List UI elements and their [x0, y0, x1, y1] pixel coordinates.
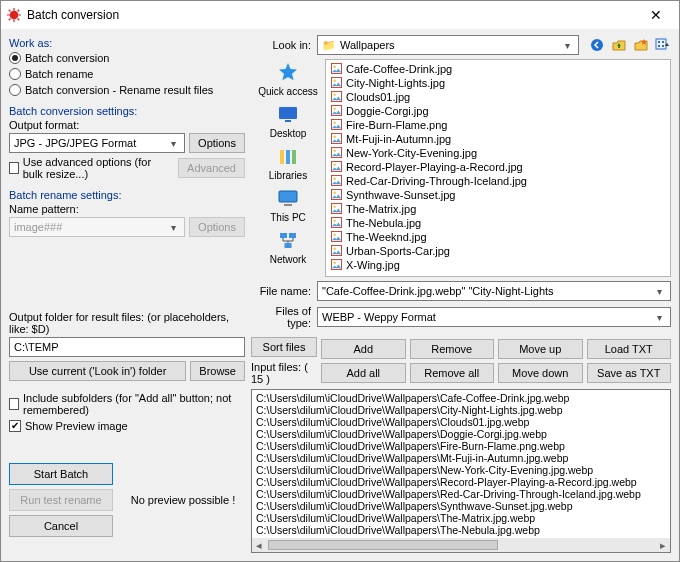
scroll-right-icon[interactable]: ▸: [656, 539, 670, 551]
file-item[interactable]: New-York-City-Evening.jpg: [330, 146, 666, 160]
file-item[interactable]: The-Matrix.jpg: [330, 202, 666, 216]
file-name: Red-Car-Driving-Through-Iceland.jpg: [346, 175, 527, 187]
input-file-path[interactable]: C:\Users\dilum\iCloudDrive\Wallpapers\Ne…: [256, 464, 668, 476]
file-item[interactable]: Cafe-Coffee-Drink.jpg: [330, 62, 666, 76]
output-folder-label: Output folder for result files: (or plac…: [9, 311, 245, 335]
file-item[interactable]: Record-Player-Playing-a-Record.jpg: [330, 160, 666, 174]
file-item[interactable]: The-Weeknd.jpg: [330, 230, 666, 244]
file-type-combo[interactable]: WEBP - Weppy Format ▾: [317, 307, 671, 327]
place-desktop[interactable]: Desktop: [270, 103, 307, 139]
left-pane: Work as: Batch conversion Batch rename B…: [9, 35, 245, 553]
horizontal-scrollbar[interactable]: ◂ ▸: [252, 538, 670, 552]
file-item[interactable]: Clouds01.jpg: [330, 90, 666, 104]
sort-files-button[interactable]: Sort files: [251, 337, 317, 357]
window-title: Batch conversion: [27, 8, 639, 22]
svg-rect-17: [285, 243, 292, 248]
view-menu-icon[interactable]: [655, 37, 671, 53]
file-item[interactable]: Fire-Burn-Flame.png: [330, 118, 666, 132]
close-button[interactable]: ✕: [639, 4, 673, 26]
radio-batch-conversion[interactable]: Batch conversion: [9, 51, 245, 65]
svg-rect-15: [280, 233, 287, 238]
file-item[interactable]: Synthwave-Sunset.jpg: [330, 188, 666, 202]
file-list[interactable]: Cafe-Coffee-Drink.jpgCity-Night-Lights.j…: [325, 59, 671, 277]
image-file-icon: [330, 245, 342, 258]
place-label: This PC: [270, 212, 306, 223]
place-network[interactable]: Network: [270, 229, 307, 265]
file-name: Urban-Sports-Car.jpg: [346, 245, 450, 257]
back-icon[interactable]: [589, 37, 605, 53]
input-file-path[interactable]: C:\Users\dilum\iCloudDrive\Wallpapers\Re…: [256, 476, 668, 488]
file-item[interactable]: The-Nebula.jpg: [330, 216, 666, 230]
output-folder-input[interactable]: C:\TEMP: [9, 337, 245, 357]
svg-point-27: [333, 121, 335, 123]
include-subfolders-checkbox[interactable]: Include subfolders (for "Add all" button…: [9, 391, 245, 417]
input-file-path[interactable]: C:\Users\dilum\iCloudDrive\Wallpapers\Do…: [256, 428, 668, 440]
add-button[interactable]: Add: [321, 339, 406, 359]
show-preview-checkbox[interactable]: ✔ Show Preview image: [9, 419, 245, 433]
save-txt-button[interactable]: Save as TXT: [587, 363, 672, 383]
place-libraries[interactable]: Libraries: [269, 145, 307, 181]
radio-batch-rename[interactable]: Batch rename: [9, 67, 245, 81]
checkbox-icon: ✔: [9, 420, 21, 432]
remove-button[interactable]: Remove: [410, 339, 495, 359]
scroll-left-icon[interactable]: ◂: [252, 539, 266, 551]
svg-rect-8: [285, 120, 291, 122]
remove-all-button[interactable]: Remove all: [410, 363, 495, 383]
place-quick-access[interactable]: Quick access: [258, 61, 317, 97]
input-file-path[interactable]: C:\Users\dilum\iCloudDrive\Wallpapers\Cl…: [256, 416, 668, 428]
places-bar: Quick access Desktop Libraries This PC: [251, 59, 325, 277]
start-batch-button[interactable]: Start Batch: [9, 463, 113, 485]
file-item[interactable]: X-Wing.jpg: [330, 258, 666, 272]
image-file-icon: [330, 203, 342, 216]
up-one-level-icon[interactable]: [611, 37, 627, 53]
load-txt-button[interactable]: Load TXT: [587, 339, 672, 359]
dialog-window: Batch conversion ✕ Work as: Batch conver…: [0, 0, 680, 562]
svg-point-37: [333, 191, 335, 193]
input-file-path[interactable]: C:\Users\dilum\iCloudDrive\Wallpapers\Th…: [256, 524, 668, 536]
file-name: X-Wing.jpg: [346, 259, 400, 271]
new-folder-icon[interactable]: [633, 37, 649, 53]
file-name-combo[interactable]: "Cafe-Coffee-Drink.jpg.webp" "City-Night…: [317, 281, 671, 301]
input-file-path[interactable]: C:\Users\dilum\iCloudDrive\Wallpapers\Ci…: [256, 404, 668, 416]
input-file-path[interactable]: C:\Users\dilum\iCloudDrive\Wallpapers\Th…: [256, 512, 668, 524]
radio-batch-conversion-rename[interactable]: Batch conversion - Rename result files: [9, 83, 245, 97]
input-file-path[interactable]: C:\Users\dilum\iCloudDrive\Wallpapers\Fi…: [256, 440, 668, 452]
input-file-path[interactable]: C:\Users\dilum\iCloudDrive\Wallpapers\Sy…: [256, 500, 668, 512]
svg-rect-7: [279, 107, 297, 119]
run-test-rename-button: Run test rename: [9, 489, 113, 511]
file-item[interactable]: Urban-Sports-Car.jpg: [330, 244, 666, 258]
svg-point-47: [333, 261, 335, 263]
file-item[interactable]: Mt-Fuji-in-Autumn.jpg: [330, 132, 666, 146]
options-button[interactable]: Options: [189, 133, 245, 153]
rename-settings-label: Batch rename settings:: [9, 189, 245, 201]
svg-rect-12: [279, 191, 297, 202]
input-files-list[interactable]: C:\Users\dilum\iCloudDrive\Wallpapers\Ca…: [251, 389, 671, 553]
input-file-path[interactable]: C:\Users\dilum\iCloudDrive\Wallpapers\Ca…: [256, 392, 668, 404]
file-item[interactable]: Red-Car-Driving-Through-Iceland.jpg: [330, 174, 666, 188]
input-file-path[interactable]: C:\Users\dilum\iCloudDrive\Wallpapers\Re…: [256, 488, 668, 500]
svg-rect-16: [289, 233, 296, 238]
place-this-pc[interactable]: This PC: [270, 187, 306, 223]
file-name: City-Night-Lights.jpg: [346, 77, 445, 89]
file-name: Synthwave-Sunset.jpg: [346, 189, 455, 201]
browse-button[interactable]: Browse: [190, 361, 245, 381]
svg-point-31: [333, 149, 335, 151]
scroll-thumb[interactable]: [268, 540, 498, 550]
output-format-combo[interactable]: JPG - JPG/JPEG Format ▾: [9, 133, 185, 153]
file-name-label: File name:: [251, 285, 311, 297]
use-current-button[interactable]: Use current ('Look in') folder: [9, 361, 186, 381]
input-file-path[interactable]: C:\Users\dilum\iCloudDrive\Wallpapers\Mt…: [256, 452, 668, 464]
move-up-button[interactable]: Move up: [498, 339, 583, 359]
file-name: Clouds01.jpg: [346, 91, 410, 103]
image-file-icon: [330, 91, 342, 104]
move-down-button[interactable]: Move down: [498, 363, 583, 383]
radio-label: Batch conversion: [25, 52, 109, 64]
svg-rect-14: [284, 204, 292, 206]
cancel-button[interactable]: Cancel: [9, 515, 113, 537]
add-all-button[interactable]: Add all: [321, 363, 406, 383]
file-item[interactable]: Doggie-Corgi.jpg: [330, 104, 666, 118]
svg-point-1: [591, 39, 603, 51]
advanced-options-checkbox[interactable]: Use advanced options (for bulk resize...…: [9, 155, 174, 181]
lookin-combo[interactable]: 📁 Wallpapers ▾: [317, 35, 579, 55]
file-item[interactable]: City-Night-Lights.jpg: [330, 76, 666, 90]
